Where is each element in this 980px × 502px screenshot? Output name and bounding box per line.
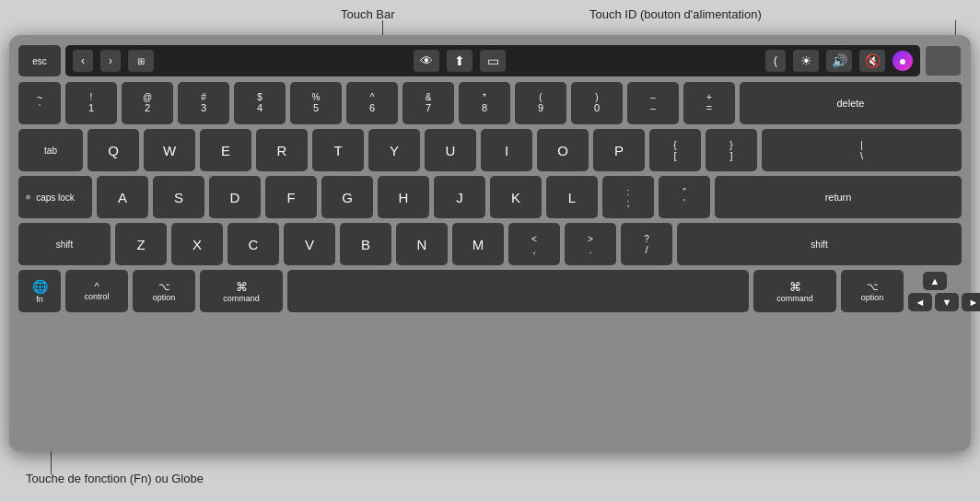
key-arrow-down[interactable]: ▼ [935, 293, 959, 311]
key-shift-right[interactable]: shift [677, 223, 962, 265]
key-command-left[interactable]: ⌘ command [200, 270, 283, 312]
key-tab[interactable]: tab [18, 129, 83, 171]
key-equal[interactable]: += [683, 82, 735, 124]
tb-overlay[interactable]: ▭ [480, 50, 506, 72]
tb-paren[interactable]: ( [765, 50, 786, 72]
arrow-bottom: ◄ ▼ ► [908, 293, 962, 311]
key-arrow-right[interactable]: ► [962, 293, 980, 311]
key-q[interactable]: Q [88, 129, 139, 171]
key-j[interactable]: J [434, 176, 485, 218]
key-c[interactable]: C [228, 223, 279, 265]
key-0[interactable]: )0 [571, 82, 623, 124]
key-p[interactable]: P [593, 129, 645, 171]
key-2[interactable]: @2 [122, 82, 173, 124]
tb-volume[interactable]: 🔊 [826, 50, 852, 72]
key-5[interactable]: %5 [290, 82, 342, 124]
key-caps-lock[interactable]: caps lock [18, 176, 92, 218]
key-option-right[interactable]: ⌥ option [841, 270, 904, 312]
key-6[interactable]: ^6 [346, 82, 398, 124]
tb-forward[interactable]: › [100, 50, 121, 72]
bottom-row: 🌐 fn ^ control ⌥ option ⌘ command ⌘ comm… [18, 270, 962, 312]
key-return[interactable]: return [715, 176, 962, 218]
touch-bar-label: Touch Bar [341, 7, 395, 21]
key-fn[interactable]: 🌐 fn [18, 270, 61, 312]
key-9[interactable]: (9 [515, 82, 566, 124]
key-bracket-close[interactable]: }] [706, 129, 757, 171]
key-period[interactable]: >. [565, 223, 616, 265]
key-w[interactable]: W [144, 129, 195, 171]
key-7[interactable]: &7 [402, 82, 454, 124]
key-esc[interactable]: esc [18, 45, 61, 76]
key-backslash[interactable]: |\ [762, 129, 962, 171]
touch-bar: ‹ › ⊞ 👁 ⬆ ▭ ( ☀ 🔊 🔇 ● [65, 45, 920, 76]
key-x[interactable]: X [171, 223, 223, 265]
key-g[interactable]: G [321, 176, 373, 218]
key-semicolon[interactable]: :; [602, 176, 654, 218]
key-i[interactable]: I [481, 129, 532, 171]
key-1[interactable]: !1 [65, 82, 117, 124]
caps-row: caps lock A S D F G H J K L :; "' return [18, 176, 962, 218]
key-delete[interactable]: delete [740, 82, 962, 124]
key-arrow-up[interactable]: ▲ [923, 272, 947, 290]
key-quote[interactable]: "' [659, 176, 710, 218]
key-d[interactable]: D [209, 176, 261, 218]
key-comma[interactable]: <, [508, 223, 560, 265]
key-v[interactable]: V [284, 223, 335, 265]
key-control[interactable]: ^ control [65, 270, 128, 312]
keyboard: esc ‹ › ⊞ 👁 ⬆ ▭ ( ☀ 🔊 🔇 ● ~ ` !1 @2 #3 $… [9, 35, 971, 451]
key-h[interactable]: H [378, 176, 429, 218]
tab-row: tab Q W E R T Y U I O P {[ }] |\ [18, 129, 962, 171]
key-o[interactable]: O [537, 129, 589, 171]
caps-indicator [26, 195, 30, 200]
key-t[interactable]: T [312, 129, 364, 171]
key-8[interactable]: *8 [459, 82, 510, 124]
fn-label: Touche de fonction (Fn) ou Globe [26, 472, 204, 485]
key-f[interactable]: F [265, 176, 317, 218]
tb-mute[interactable]: 🔇 [859, 50, 885, 72]
tb-back[interactable]: ‹ [73, 50, 93, 72]
shift-row: shift Z X C V B N M <, >. ?/ shift [18, 223, 962, 265]
touch-id-label: Touch ID (bouton d'alimentation) [589, 7, 762, 21]
key-slash[interactable]: ?/ [621, 223, 672, 265]
tb-siri[interactable]: ● [892, 51, 913, 71]
key-b[interactable]: B [340, 223, 391, 265]
key-l[interactable]: L [546, 176, 598, 218]
key-s[interactable]: S [153, 176, 204, 218]
arrow-cluster: ▲ ◄ ▼ ► [908, 272, 962, 311]
touch-bar-row: esc ‹ › ⊞ 👁 ⬆ ▭ ( ☀ 🔊 🔇 ● [18, 44, 962, 77]
key-a[interactable]: A [97, 176, 148, 218]
tb-brightness[interactable]: ☀ [793, 50, 819, 72]
tb-share[interactable]: ⬆ [447, 50, 472, 72]
tb-apps[interactable]: ⊞ [128, 50, 154, 72]
key-y[interactable]: Y [368, 129, 420, 171]
key-r[interactable]: R [256, 129, 308, 171]
key-option-left[interactable]: ⌥ option [133, 270, 195, 312]
key-z[interactable]: Z [115, 223, 167, 265]
key-minus[interactable]: –– [627, 82, 679, 124]
key-u[interactable]: U [425, 129, 476, 171]
tb-eye[interactable]: 👁 [414, 50, 439, 72]
key-space[interactable] [287, 270, 749, 312]
key-backtick[interactable]: ~ ` [18, 82, 61, 124]
key-n[interactable]: N [396, 223, 448, 265]
key-3[interactable]: #3 [178, 82, 229, 124]
key-shift-left[interactable]: shift [18, 223, 111, 265]
touch-id-key[interactable] [925, 45, 962, 76]
key-e[interactable]: E [200, 129, 251, 171]
key-m[interactable]: M [452, 223, 504, 265]
number-row: ~ ` !1 @2 #3 $4 %5 ^6 &7 *8 (9 )0 –– += … [18, 82, 962, 124]
key-bracket-open[interactable]: {[ [649, 129, 701, 171]
key-arrow-left[interactable]: ◄ [908, 293, 932, 311]
key-4[interactable]: $4 [234, 82, 286, 124]
key-k[interactable]: K [490, 176, 542, 218]
key-command-right[interactable]: ⌘ command [753, 270, 836, 312]
